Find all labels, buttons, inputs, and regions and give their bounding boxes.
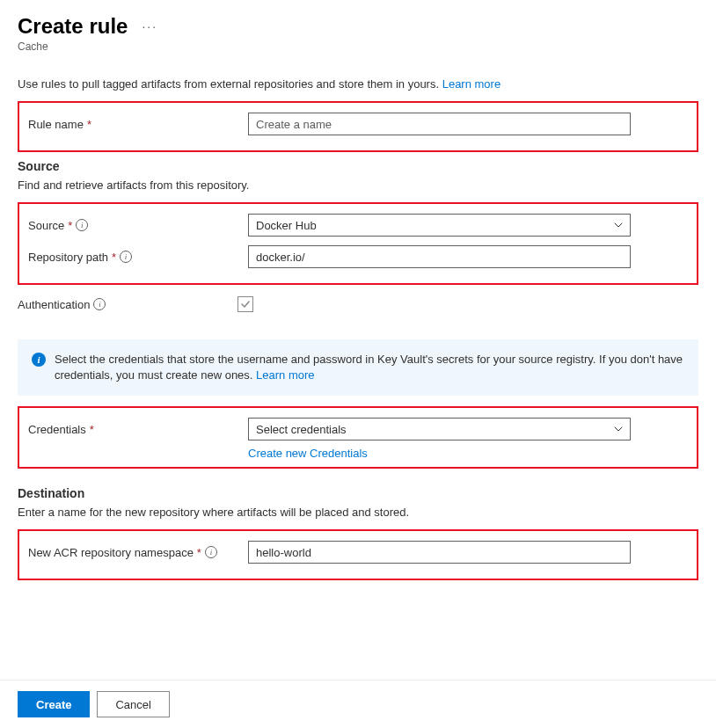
credentials-select[interactable]: Select credentials [248, 418, 631, 440]
create-button[interactable]: Create [18, 691, 90, 717]
highlight-destination: New ACR repository namespace * i [18, 529, 698, 580]
rule-name-input[interactable] [248, 113, 631, 135]
highlight-credentials: Credentials * Select credentials Create … [18, 406, 698, 469]
info-icon[interactable]: i [205, 546, 217, 558]
info-icon[interactable]: i [76, 219, 88, 231]
source-select[interactable]: Docker Hub [248, 214, 631, 237]
repo-path-input[interactable] [248, 245, 631, 268]
destination-section-desc: Enter a name for the new repository wher… [18, 506, 698, 519]
repo-path-label: Repository path [28, 251, 108, 264]
credentials-label: Credentials [28, 423, 86, 436]
required-asterisk: * [112, 251, 116, 264]
destination-section-heading: Destination [18, 486, 698, 500]
rule-name-label: Rule name [28, 118, 84, 131]
namespace-input[interactable] [248, 541, 631, 564]
info-filled-icon: i [32, 353, 46, 367]
required-asterisk: * [68, 219, 72, 232]
source-label: Source [28, 219, 64, 232]
highlight-source: Source * i Docker Hub Repository path * … [18, 202, 698, 285]
highlight-rule-name: Rule name * [18, 101, 698, 152]
source-section-desc: Find and retrieve artifacts from this re… [18, 178, 698, 192]
page-title: Create rule [18, 14, 128, 39]
authentication-label: Authentication [18, 298, 90, 311]
required-asterisk: * [90, 423, 94, 436]
credentials-info-banner: i Select the credentials that store the … [18, 339, 698, 396]
page-subtitle: Cache [18, 40, 698, 53]
banner-learn-more-link[interactable]: Learn more [256, 368, 314, 382]
source-section-heading: Source [18, 159, 698, 173]
learn-more-link[interactable]: Learn more [442, 77, 500, 91]
intro-text: Use rules to pull tagged artifacts from … [18, 77, 698, 91]
required-asterisk: * [197, 546, 201, 559]
more-actions-icon[interactable]: ··· [142, 19, 157, 33]
footer-bar: Create Cancel [0, 680, 716, 728]
info-icon[interactable]: i [93, 298, 106, 310]
namespace-label: New ACR repository namespace [28, 546, 194, 559]
cancel-button[interactable]: Cancel [97, 691, 169, 717]
create-new-credentials-link[interactable]: Create new Credentials [248, 447, 368, 460]
authentication-checkbox[interactable] [237, 296, 253, 312]
required-asterisk: * [87, 118, 91, 131]
info-icon[interactable]: i [120, 251, 132, 263]
